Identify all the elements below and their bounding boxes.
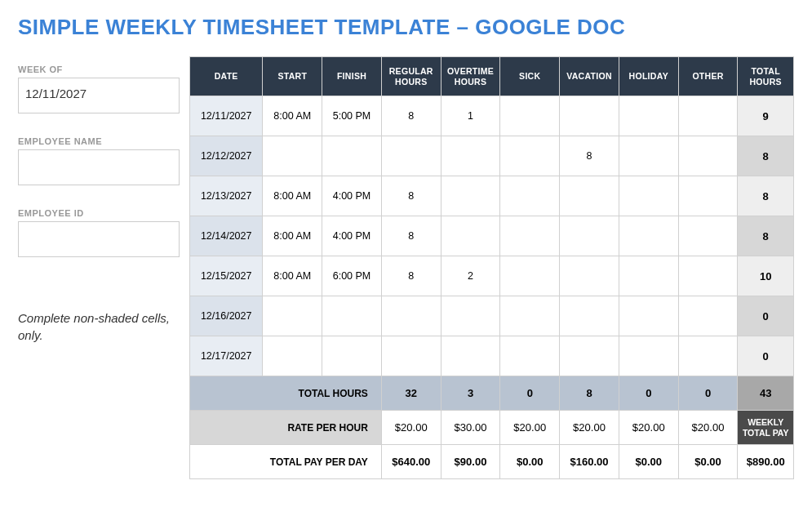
cell-holiday[interactable] [619,96,678,136]
pay-holiday: $0.00 [619,445,678,479]
rate-other[interactable]: $20.00 [678,411,738,445]
cell-start[interactable]: 8:00 AM [263,176,322,216]
cell-sick[interactable] [500,216,560,256]
cell-regular[interactable] [381,296,441,336]
cell-total: 8 [738,136,794,176]
cell-vacation[interactable]: 8 [560,136,619,176]
header-sick: SICK [500,57,560,96]
table-row: 12/14/20278:00 AM4:00 PM88 [190,216,794,256]
cell-sick[interactable] [500,136,560,176]
cell-holiday[interactable] [619,336,678,376]
cell-date[interactable]: 12/16/2027 [190,296,263,336]
employee-id-label: EMPLOYEE ID [18,208,180,218]
cell-regular[interactable]: 8 [381,176,441,216]
cell-holiday[interactable] [619,136,678,176]
page-title: SIMPLE WEEKLY TIMESHEET TEMPLATE – GOOGL… [18,15,794,40]
pay-sick: $0.00 [500,445,560,479]
cell-other[interactable] [678,96,738,136]
cell-start[interactable] [263,136,322,176]
header-holiday: HOLIDAY [619,57,678,96]
pay-grand: $890.00 [738,445,794,479]
week-of-input[interactable]: 12/11/2027 [18,78,180,113]
cell-holiday[interactable] [619,216,678,256]
cell-other[interactable] [678,176,738,216]
cell-sick[interactable] [500,336,560,376]
total-grand: 43 [738,376,794,411]
cell-overtime[interactable] [441,136,500,176]
cell-sick[interactable] [500,296,560,336]
sidebar: WEEK OF 12/11/2027 EMPLOYEE NAME EMPLOYE… [18,56,180,479]
rate-holiday[interactable]: $20.00 [619,411,678,445]
cell-vacation[interactable] [560,216,619,256]
cell-date[interactable]: 12/13/2027 [190,176,263,216]
rate-regular[interactable]: $20.00 [381,411,441,445]
rate-label: RATE PER HOUR [190,411,382,445]
cell-vacation[interactable] [560,176,619,216]
cell-other[interactable] [678,256,738,296]
rate-sick[interactable]: $20.00 [500,411,560,445]
cell-date[interactable]: 12/17/2027 [190,336,263,376]
cell-start[interactable]: 8:00 AM [263,256,322,296]
total-other: 0 [678,376,738,411]
cell-start[interactable] [263,296,322,336]
cell-regular[interactable] [381,136,441,176]
cell-overtime[interactable] [441,296,500,336]
cell-holiday[interactable] [619,176,678,216]
cell-overtime[interactable]: 2 [441,256,500,296]
cell-vacation[interactable] [560,336,619,376]
total-vacation: 8 [560,376,619,411]
cell-date[interactable]: 12/12/2027 [190,136,263,176]
cell-date[interactable]: 12/11/2027 [190,96,263,136]
total-hours-row: TOTAL HOURS 32 3 0 8 0 0 43 [190,376,794,411]
cell-start[interactable]: 8:00 AM [263,96,322,136]
cell-start[interactable]: 8:00 AM [263,216,322,256]
cell-vacation[interactable] [560,96,619,136]
cell-finish[interactable] [322,136,382,176]
total-regular: 32 [381,376,441,411]
cell-total: 0 [738,336,794,376]
employee-id-input[interactable] [18,221,180,257]
cell-vacation[interactable] [560,296,619,336]
cell-sick[interactable] [500,96,560,136]
cell-sick[interactable] [500,176,560,216]
header-regular: REGULAR HOURS [381,57,441,96]
cell-finish[interactable]: 4:00 PM [322,216,382,256]
table-row: 12/16/20270 [190,296,794,336]
cell-regular[interactable]: 8 [381,256,441,296]
cell-other[interactable] [678,216,738,256]
weekly-total-pay-label: WEEKLY TOTAL PAY [738,411,794,445]
cell-sick[interactable] [500,256,560,296]
rate-row: RATE PER HOUR $20.00 $30.00 $20.00 $20.0… [190,411,794,445]
rate-vacation[interactable]: $20.00 [560,411,619,445]
cell-finish[interactable]: 6:00 PM [322,256,382,296]
cell-regular[interactable]: 8 [381,96,441,136]
pay-vacation: $160.00 [560,445,619,479]
cell-holiday[interactable] [619,296,678,336]
cell-other[interactable] [678,336,738,376]
cell-total: 8 [738,216,794,256]
cell-finish[interactable]: 5:00 PM [322,96,382,136]
cell-overtime[interactable]: 1 [441,96,500,136]
cell-overtime[interactable] [441,176,500,216]
cell-start[interactable] [263,336,322,376]
cell-overtime[interactable] [441,336,500,376]
cell-finish[interactable] [322,296,382,336]
employee-name-input[interactable] [18,149,180,185]
cell-other[interactable] [678,296,738,336]
cell-regular[interactable] [381,336,441,376]
cell-date[interactable]: 12/15/2027 [190,256,263,296]
cell-finish[interactable]: 4:00 PM [322,176,382,216]
total-hours-label: TOTAL HOURS [190,376,382,411]
cell-regular[interactable]: 8 [381,216,441,256]
cell-vacation[interactable] [560,256,619,296]
cell-other[interactable] [678,136,738,176]
cell-finish[interactable] [322,336,382,376]
cell-overtime[interactable] [441,216,500,256]
total-overtime: 3 [441,376,500,411]
header-start: START [263,57,322,96]
timesheet-table: DATE START FINISH REGULAR HOURS OVERTIME… [189,56,794,479]
table-row: 12/12/202788 [190,136,794,176]
cell-holiday[interactable] [619,256,678,296]
rate-overtime[interactable]: $30.00 [441,411,500,445]
cell-date[interactable]: 12/14/2027 [190,216,263,256]
